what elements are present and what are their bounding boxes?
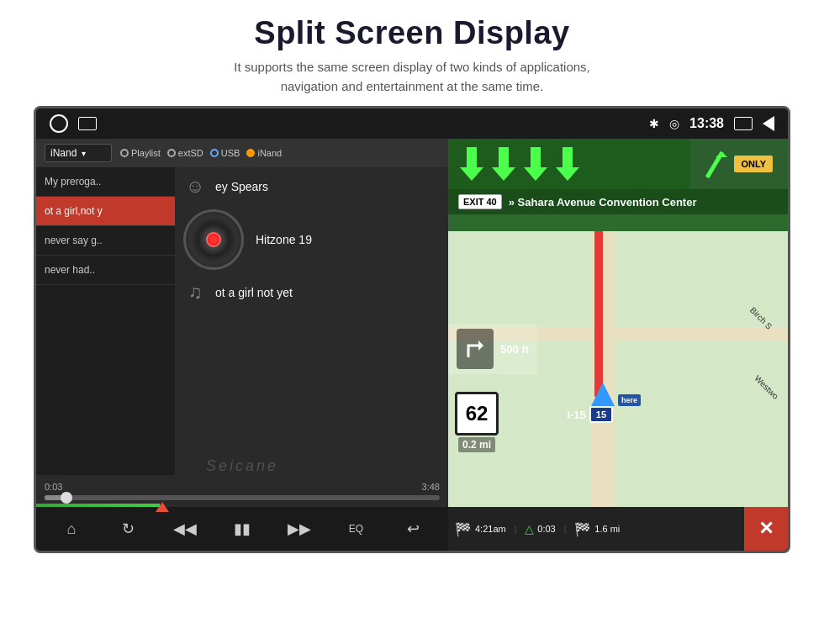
arrow-2 [490, 147, 517, 181]
source-options: Playlist extSD USB iNand [120, 148, 440, 158]
arrow-shaft-3 [531, 147, 541, 167]
arrow-shaft-2 [499, 147, 509, 167]
source-extsd-label: extSD [178, 148, 203, 158]
song-row: ♫ ot a girl not yet [183, 282, 440, 304]
nav-close-button[interactable]: ✕ [744, 507, 788, 551]
disc-center [206, 232, 221, 247]
status-bar: ✱ ◎ 13:38 [36, 108, 788, 139]
disc-icon [183, 209, 244, 270]
highway-arrows [448, 139, 690, 189]
person-icon: ☺ [183, 176, 207, 198]
arrow-4 [554, 147, 581, 181]
home-circle-icon [50, 114, 68, 133]
speed-badge: 62 [455, 392, 499, 435]
eq-fill [36, 504, 160, 507]
distance-0-2: 0.2 mi [458, 437, 495, 452]
here-logo: here [618, 394, 641, 406]
svg-marker-2 [478, 340, 483, 351]
progress-area: 0:03 3:48 [36, 478, 448, 504]
road-i15-red [594, 231, 603, 397]
arrow-shaft-1 [467, 147, 477, 167]
eq-button[interactable]: EQ [339, 513, 372, 545]
time-display: 13:38 [689, 116, 724, 131]
close-icon: ✕ [758, 518, 774, 540]
playlist-item-1[interactable]: My preroga.. [36, 167, 175, 197]
page-title: Split Screen Display [34, 15, 790, 51]
nav-eta: 🏁 4:21am [448, 521, 513, 537]
current-time: 0:03 [45, 482, 62, 492]
nav-separator-2: | [564, 525, 567, 534]
dist-remaining: 1.6 mi [594, 524, 620, 534]
nav-separator-1: | [515, 525, 517, 534]
dropdown-arrow-icon: ▾ [82, 149, 86, 158]
total-time: 3:48 [422, 482, 440, 492]
map-area[interactable]: Birch S Westwo here 500 ft 0.2 mi [448, 231, 788, 507]
radio-inand-icon [246, 149, 255, 157]
status-right: ✱ ◎ 13:38 [649, 116, 774, 131]
source-usb[interactable]: USB [210, 148, 240, 158]
player-main: ☺ ey Spears Hitzone 19 [175, 167, 448, 475]
source-playlist[interactable]: Playlist [120, 148, 161, 158]
album-name: Hitzone 19 [256, 233, 312, 246]
diagonal-arrow-icon [699, 145, 729, 182]
interstate-badge: 15 [589, 406, 613, 423]
speed-indicator [156, 502, 169, 512]
progress-times: 0:03 3:48 [45, 482, 440, 492]
nav-position-triangle [591, 383, 615, 406]
device-frame: ✱ ◎ 13:38 iNand ▾ Playlist [34, 106, 790, 553]
source-inand[interactable]: iNand [246, 148, 282, 158]
artist-name: ey Spears [215, 180, 268, 193]
next-button[interactable]: ▶▶ [283, 513, 316, 545]
highway-signs: ONLY EXIT 40 » Sahara Avenue Convention … [448, 139, 788, 231]
turn-panel: 500 ft [448, 324, 537, 374]
turn-icon-box [457, 329, 494, 369]
image-icon [78, 117, 97, 130]
music-note-icon: ♫ [183, 282, 207, 304]
back-button[interactable]: ↩ [396, 513, 430, 545]
arrow-3 [522, 147, 549, 181]
svg-marker-1 [716, 152, 727, 157]
map-label-west: Westwo [753, 373, 780, 401]
radio-playlist-icon [120, 149, 129, 157]
arrow-head-3 [524, 167, 547, 181]
page-header: Split Screen Display It supports the sam… [0, 0, 824, 106]
prev-button[interactable]: ◀◀ [168, 513, 202, 545]
exit-destination: » Sahara Avenue Convention Center [509, 196, 697, 209]
nav-dist-remaining: 🏁 1.6 mi [568, 521, 626, 537]
home-button[interactable]: ⌂ [55, 513, 88, 545]
source-label: iNand [50, 147, 77, 159]
playlist-sidebar: My preroga.. ot a girl,not y never say g… [36, 167, 175, 475]
source-extsd[interactable]: extSD [167, 148, 203, 158]
radio-usb-icon [210, 149, 219, 157]
highway-top: ONLY [448, 139, 788, 189]
repeat-button[interactable]: ↻ [112, 513, 145, 545]
source-selector: iNand ▾ Playlist extSD USB [36, 139, 448, 167]
screen-icon [734, 117, 753, 130]
exit-banner: EXIT 40 » Sahara Avenue Convention Cente… [448, 189, 788, 214]
controls-bar: ⌂ ↻ ◀◀ ▮▮ ▶▶ EQ ↩ [36, 507, 448, 551]
exit-number: EXIT 40 [458, 194, 502, 209]
eta-time: 4:21am [475, 524, 506, 534]
only-sign: ONLY [734, 156, 773, 172]
pause-button[interactable]: ▮▮ [225, 513, 259, 545]
flag-start-icon: 🏁 [455, 521, 472, 537]
disc-container [183, 209, 244, 270]
distance-label: 500 ft [500, 343, 529, 356]
i15-sign: I-15 15 [567, 406, 613, 423]
progress-thumb[interactable] [61, 492, 72, 504]
arrow-1 [458, 147, 485, 181]
now-playing-info: ☺ ey Spears Hitzone 19 [183, 176, 440, 467]
source-dropdown[interactable]: iNand ▾ [45, 144, 112, 162]
playlist-item-3[interactable]: never say g.. [36, 226, 175, 256]
status-left [50, 114, 97, 133]
source-playlist-label: Playlist [131, 148, 161, 158]
playlist-area: My preroga.. ot a girl,not y never say g… [36, 167, 448, 475]
flag-end-icon: 🏁 [574, 521, 591, 537]
progress-bar[interactable] [45, 495, 440, 500]
clock-icon: △ [525, 522, 534, 536]
location-icon: ◎ [669, 117, 679, 130]
playlist-item-4[interactable]: never had.. [36, 256, 175, 285]
playlist-item-2[interactable]: ot a girl,not y [36, 197, 175, 226]
arrow-head-4 [556, 167, 579, 181]
arrow-shaft-4 [563, 147, 573, 167]
